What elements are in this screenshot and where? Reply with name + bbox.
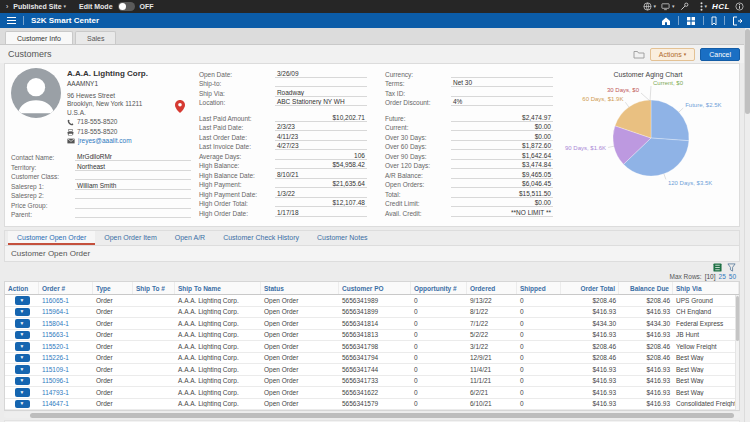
order-number-link[interactable]: 115663-1 [39,331,93,338]
hscroll-thumb[interactable] [30,413,734,418]
row-action-button[interactable]: ▾ [15,388,30,397]
table-horizontal-scrollbar[interactable] [4,412,740,418]
order-number-link[interactable]: 116065-1 [39,297,93,304]
order-number-link[interactable]: 114647-1 [39,400,93,407]
table-cell: 0 [517,308,561,315]
column-header-order-[interactable]: Order # [39,282,93,294]
field-row: Last Order Date:4/11/23 [199,131,367,141]
table-cell: $416.93 [561,389,619,396]
table-cell: $208.46 [561,354,619,361]
order-number-link[interactable]: 115804-1 [39,320,93,327]
more-menu[interactable]: ▾ [700,2,708,11]
field-value [451,70,553,78]
field-value: $15,511.50 [451,190,553,198]
tab-customer-info[interactable]: Customer Info [5,31,73,44]
subtab-customer-notes[interactable]: Customer Notes [308,231,377,245]
order-number-link[interactable]: 115520-1 [39,343,93,350]
info-icon[interactable] [735,2,744,11]
column-header-order-total[interactable]: Order Total [561,282,619,294]
column-header-customer-po[interactable]: Customer PO [339,282,411,294]
ar-aging-column: Currency:Terms:Net 30Tax ID:Order Discou… [377,68,563,224]
row-action-button[interactable]: ▾ [15,365,30,374]
column-header-ship-to-[interactable]: Ship To # [133,282,175,294]
order-number-link[interactable]: 115226-1 [39,354,93,361]
order-number-link[interactable]: 115109-1 [39,366,93,373]
row-action-button[interactable]: ▾ [15,342,30,351]
globe-icon[interactable]: ▾ [643,2,657,11]
row-action-button[interactable]: ▾ [15,296,30,305]
column-header-ship-via[interactable]: Ship Via [673,282,739,294]
map-pin-icon[interactable] [175,100,185,113]
row-action-button[interactable]: ▾ [15,308,30,317]
excel-export-icon[interactable] [713,263,722,272]
home-icon[interactable] [661,16,671,26]
logout-icon[interactable] [732,16,743,26]
table-cell: A.A.A. Lighting Corp. [175,320,261,327]
table-cell: $434.30 [619,320,673,327]
field-label: Credit Limit: [385,200,451,207]
row-action-button[interactable]: ▾ [15,377,30,386]
subtab-open-order-item[interactable]: Open Order Item [95,231,166,245]
field-label: Salesrep 2: [11,192,75,199]
actions-button[interactable]: Actions▾ [650,48,695,61]
order-number-link[interactable]: 115096-1 [39,377,93,384]
column-header-opportunity-[interactable]: Opportunity # [411,282,467,294]
column-header-ship-to-name[interactable]: Ship To Name [175,282,261,294]
page-vertical-scrollbar[interactable] [744,28,750,422]
open-order-table: ActionOrder #TypeShip To #Ship To NameSt… [4,281,740,411]
table-cell: Open Order [261,320,339,327]
wrench-icon[interactable] [680,2,689,11]
folder-icon[interactable] [633,49,645,59]
expand-chevron-icon[interactable]: › [6,3,8,10]
field-label: Over 30 Days: [385,134,451,141]
mail-icon [67,138,75,144]
table-cell: 5656341794 [339,354,411,361]
field-value: $3,474.84 [451,161,553,169]
published-site-menu[interactable]: Published Site ▾ [13,3,66,10]
cancel-button[interactable]: Cancel [700,48,740,61]
field-label: High Balance Date: [199,172,275,179]
filter-icon[interactable] [727,263,736,272]
aging-chart-column: Customer Aging Chart Future, $2.5K120 Da… [563,68,733,224]
vscroll-thumb[interactable] [745,29,750,114]
column-header-balance-due[interactable]: Balance Due [619,282,673,294]
table-cell: 0 [411,400,467,407]
table-cell: Order [93,389,133,396]
subtab-customer-check-history[interactable]: Customer Check History [214,231,308,245]
field-row: High Order Total:$12,107.48 [199,198,367,208]
column-header-shipped[interactable]: Shipped [517,282,561,294]
bookmark-icon[interactable] [711,16,717,26]
email-link[interactable]: jreyes@aaalit.com [78,137,132,146]
row-action-button[interactable]: ▾ [15,400,30,409]
edit-mode-toggle[interactable] [118,2,135,11]
order-number-link[interactable]: 114793-1 [39,389,93,396]
field-value: 106 [275,152,367,160]
s2k-smart-center-window: › Published Site ▾ Edit Mode OFF ▾ ▾ ▾ H… [0,0,750,422]
field-value: 4% [451,98,553,106]
field-value [75,172,191,180]
max-rows-option-50[interactable]: 50 [729,273,736,280]
row-action-button[interactable]: ▾ [15,331,30,340]
table-cell: Open Order [261,400,339,407]
column-header-type[interactable]: Type [93,282,133,294]
max-rows-option-25[interactable]: 25 [719,273,726,280]
devices-icon[interactable]: ▾ [661,2,675,11]
tab-sales[interactable]: Sales [75,31,117,44]
table-cell: 5656341733 [339,377,411,384]
hamburger-menu-icon[interactable] [7,17,16,25]
order-number-link[interactable]: 115964-1 [39,308,93,315]
subtab-open-a-r[interactable]: Open A/R [166,231,214,245]
row-action-button[interactable]: ▾ [15,319,30,328]
apps-grid-icon[interactable] [686,16,696,26]
field-row: Avail. Credit:**NO LIMIT ** [385,207,553,217]
table-vertical-scrollbar[interactable] [735,295,739,410]
field-row: Parent: [11,209,191,219]
max-rows-option-10[interactable]: [10] [705,273,716,280]
row-action-button[interactable]: ▾ [15,354,30,363]
column-header-status[interactable]: Status [261,282,339,294]
table-cell: 5656341622 [339,389,411,396]
subtab-customer-open-order[interactable]: Customer Open Order [8,231,95,245]
column-header-action[interactable]: Action [5,282,39,294]
order-history-column: Open Date:3/26/09Ship-to:Ship Via:Roadwa… [191,68,377,224]
column-header-ordered[interactable]: Ordered [467,282,517,294]
